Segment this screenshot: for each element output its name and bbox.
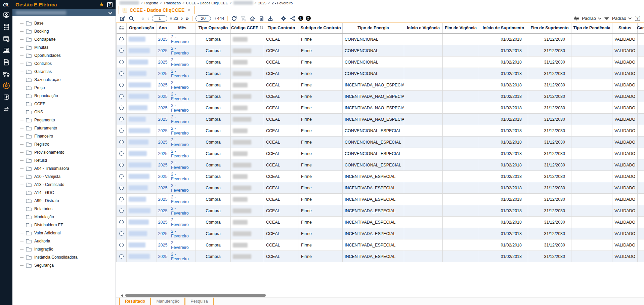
- bottom-tab-manuten-o[interactable]: Manutenção: [150, 298, 184, 305]
- clear-filter-icon[interactable]: [240, 15, 247, 22]
- user-bar[interactable]: [12, 9, 116, 16]
- tab-ccee-dados-cliqccee[interactable]: i CCEE - Dados CliqCCEE ×: [119, 6, 195, 14]
- mes-link[interactable]: 2 - Fevereiro: [171, 195, 194, 204]
- mes-link[interactable]: 2 - Fevereiro: [171, 80, 194, 90]
- column-header-tipo_pendencia[interactable]: Tipo de Pendência: [571, 23, 612, 33]
- ano-link[interactable]: 2025: [158, 71, 168, 76]
- row-radio-button[interactable]: [119, 220, 124, 224]
- ano-link[interactable]: 2025: [158, 151, 168, 156]
- row-radio-button[interactable]: [119, 243, 124, 247]
- column-header-ano[interactable]: Ano: [157, 23, 169, 33]
- filter-preset-dropdown[interactable]: Padrão: [612, 16, 626, 21]
- row-radio-button[interactable]: [119, 117, 124, 121]
- edit-icon[interactable]: [119, 15, 126, 22]
- mes-link[interactable]: 2 - Fevereiro: [171, 218, 194, 227]
- billing-calendar-icon[interactable]: $: [2, 34, 11, 43]
- refresh-icon[interactable]: [231, 15, 238, 22]
- help-icon[interactable]: ?: [107, 2, 113, 7]
- nfe-document-icon[interactable]: NF-e: [2, 58, 11, 67]
- view-1-badge[interactable]: 1: [298, 16, 303, 21]
- swap-arrows-icon[interactable]: [2, 105, 11, 114]
- laptop-calculator-icon[interactable]: [2, 46, 11, 55]
- scroll-left-icon[interactable]: [121, 294, 123, 297]
- download-icon[interactable]: [267, 15, 274, 22]
- ano-link[interactable]: 2025: [158, 83, 168, 87]
- row-radio-button[interactable]: [119, 128, 124, 133]
- column-header-tipo_contrato[interactable]: Tipo Contrato: [264, 23, 299, 33]
- tree-item-minutas[interactable]: Minutas: [12, 43, 116, 51]
- breadcrumb-segment[interactable]: Registro: [144, 1, 158, 5]
- favorite-star-icon[interactable]: ★: [99, 2, 104, 7]
- column-header-status[interactable]: Status: [612, 23, 638, 33]
- horizontal-scrollbar[interactable]: [121, 294, 266, 297]
- mes-link[interactable]: 2 - Fevereiro: [171, 92, 194, 101]
- filter-lines-icon[interactable]: [603, 15, 610, 22]
- mes-link[interactable]: 2 - Fevereiro: [171, 115, 194, 124]
- tree-item-oportunidades[interactable]: Oportunidades: [12, 51, 116, 60]
- tree-item-a10-varejista[interactable]: A10 - Varejista: [12, 173, 116, 181]
- sort-icon[interactable]: [260, 26, 263, 31]
- tree-item-provisionamento[interactable]: Provisionamento: [12, 148, 116, 156]
- tree-item-registro[interactable]: Registro: [12, 140, 116, 148]
- mes-link[interactable]: 2 - Fevereiro: [171, 240, 194, 250]
- column-header-cancelado[interactable]: Cancelado: [638, 23, 644, 33]
- row-radio-button[interactable]: [119, 140, 124, 144]
- ano-link[interactable]: 2025: [158, 186, 168, 190]
- mes-link[interactable]: 2 - Fevereiro: [171, 58, 194, 67]
- share-icon[interactable]: [289, 15, 296, 22]
- tree-item-a04-transmissora[interactable]: A04 - Transmissora: [12, 164, 116, 173]
- tree-item-ons[interactable]: ONS: [12, 108, 116, 116]
- tree-item-valor-adicional[interactable]: Valor Adicional: [12, 229, 116, 237]
- mes-link[interactable]: 2 - Fevereiro: [171, 160, 194, 170]
- tree-item-contraparte[interactable]: Contraparte: [12, 35, 116, 43]
- layout-sliders-icon[interactable]: [573, 15, 580, 22]
- row-radio-button[interactable]: [119, 71, 124, 76]
- tree-item-seguran-a[interactable]: Segurança: [12, 261, 116, 269]
- ano-link[interactable]: 2025: [158, 174, 168, 179]
- power-meter-icon[interactable]: [2, 93, 11, 102]
- ano-link[interactable]: 2025: [158, 37, 168, 42]
- mes-link[interactable]: 2 - Fevereiro: [171, 103, 194, 113]
- ano-link[interactable]: 2025: [158, 220, 168, 225]
- column-header-inicio_vigencia[interactable]: Início e Vigência: [404, 23, 443, 33]
- row-radio-button[interactable]: [119, 174, 124, 179]
- bottom-tab-pesquisa[interactable]: Pesquisa: [184, 298, 213, 305]
- mes-link[interactable]: 2 - Fevereiro: [171, 149, 194, 158]
- energy-plug-icon[interactable]: [2, 81, 11, 90]
- ano-link[interactable]: 2025: [158, 128, 168, 133]
- grid-help-icon[interactable]: ?: [635, 16, 640, 21]
- bottom-tab-resultado[interactable]: Resultado: [119, 298, 150, 305]
- tree-item-ccee[interactable]: CCEE: [12, 100, 116, 108]
- layout-preset-dropdown[interactable]: Padrão: [582, 16, 596, 21]
- ano-link[interactable]: 2025: [158, 163, 168, 167]
- tree-item-a13-certificado[interactable]: A13 - Certificado: [12, 181, 116, 189]
- row-radio-button[interactable]: [119, 83, 124, 87]
- tree-item-retusd[interactable]: Retusd: [12, 156, 116, 164]
- scrollbar-thumb[interactable]: [125, 294, 266, 297]
- mes-link[interactable]: 2 - Fevereiro: [171, 35, 194, 44]
- tree-item-sazonaliza-o[interactable]: Sazonalização: [12, 76, 116, 84]
- row-radio-button[interactable]: [119, 37, 124, 41]
- tree-item-a99-distrato[interactable]: A99 - Distrato: [12, 197, 116, 205]
- tree-item-modula-o[interactable]: Modulação: [12, 213, 116, 221]
- mes-link[interactable]: 2 - Fevereiro: [171, 126, 194, 136]
- ano-link[interactable]: 2025: [158, 254, 168, 259]
- next-page-icon[interactable]: ›: [181, 16, 183, 21]
- tree-item-booking[interactable]: Booking: [12, 27, 116, 35]
- row-radio-button[interactable]: [119, 106, 124, 110]
- tree-item-integra-o[interactable]: Integração: [12, 245, 116, 253]
- column-header-mes[interactable]: Mês: [169, 23, 196, 33]
- column-header-organizacao[interactable]: Organização: [127, 23, 157, 33]
- tree-item-inst-ncia-consolidadora[interactable]: Instância Consolidadora: [12, 253, 116, 261]
- tree-item-faturamento[interactable]: Faturamento: [12, 124, 116, 132]
- settings-monitor-icon[interactable]: [2, 10, 11, 20]
- ano-link[interactable]: 2025: [158, 231, 168, 236]
- row-radio-button[interactable]: [119, 163, 124, 167]
- database-icon[interactable]: [2, 22, 11, 31]
- mes-link[interactable]: 2 - Fevereiro: [171, 69, 194, 78]
- column-header-sel[interactable]: [117, 23, 127, 33]
- tree-item-repactua-o[interactable]: Repactuação: [12, 92, 116, 100]
- home-icon[interactable]: [249, 15, 256, 22]
- tree-item-pagamento[interactable]: Pagamento: [12, 116, 116, 124]
- mes-link[interactable]: 2 - Fevereiro: [171, 229, 194, 238]
